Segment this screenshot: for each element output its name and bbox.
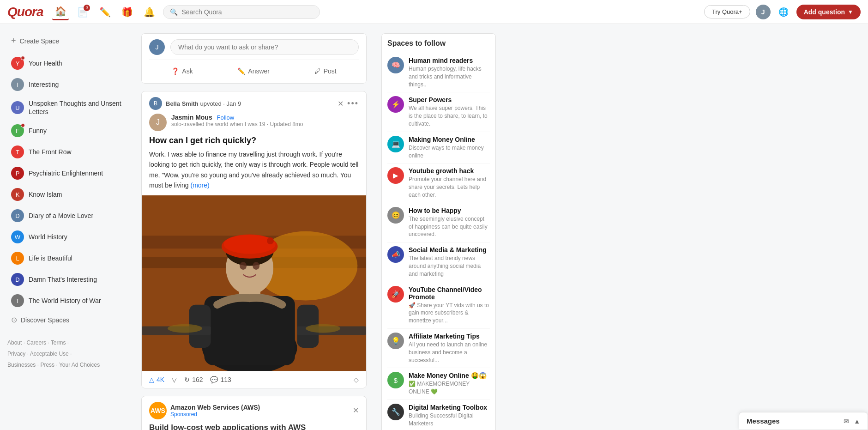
post-question[interactable]: How can I get rich quickly? xyxy=(142,136,366,149)
sidebar-avatar: F xyxy=(11,124,24,137)
post-header: B Bella Smith upvoted · Jan 9 ✕ ••• xyxy=(142,91,366,114)
ask-box: J ❓ Ask ✏️ Answer 🖊 Post xyxy=(141,33,367,84)
sidebar-item-psychiatric[interactable]: P Psychiatric Enlightenment xyxy=(7,163,127,183)
search-box[interactable]: 🔍 xyxy=(163,5,320,19)
sidebar-item-label: Interesting xyxy=(29,80,59,89)
sidebar-item-label: The World History of War xyxy=(29,297,101,305)
space-item[interactable]: 🧠 Human mind readers Human psychology, l… xyxy=(387,53,490,92)
author-avatar: J xyxy=(149,114,167,131)
messages-icons: ✉ ▲ xyxy=(844,418,860,425)
messages-bar[interactable]: Messages ✉ ▲ xyxy=(739,412,868,430)
space-name: Affiliate Marketing Tips xyxy=(409,333,490,340)
sponsored-card: AWS Amazon Web Services (AWS) Sponsored … xyxy=(141,396,367,430)
author-meta: solo-travelled the world when I was 19 ·… xyxy=(171,121,359,127)
space-name: Youtube growth hack xyxy=(409,167,490,175)
post-more-button[interactable]: ••• xyxy=(347,99,359,109)
sidebar-avatar: Y xyxy=(11,57,24,70)
svg-point-12 xyxy=(253,262,259,270)
sponsored-title[interactable]: Build low-cost web applications with AWS xyxy=(142,423,366,430)
space-desc: Promote your channel here and share your… xyxy=(409,176,490,199)
space-item[interactable]: 💻 Making Money Online Discover ways to m… xyxy=(387,132,490,164)
sponsored-close-button[interactable]: ✕ xyxy=(353,406,359,415)
chevron-up-icon[interactable]: ▲ xyxy=(854,418,860,425)
add-question-button[interactable]: Add question ▼ xyxy=(796,5,861,19)
sponsor-name[interactable]: Amazon Web Services (AWS) xyxy=(170,404,260,411)
nav-feed[interactable]: 📄3 xyxy=(74,4,91,20)
sidebar-item-your-health[interactable]: Y Your Health xyxy=(7,53,127,73)
space-item[interactable]: $ Make Money Online 🤑😱 ✅ MAKEMOREMONEY O… xyxy=(387,368,490,400)
discover-spaces-item[interactable]: ⊙ Discover Spaces xyxy=(7,312,127,328)
author-info: Jasmin Mous Follow solo-travelled the wo… xyxy=(171,114,359,127)
nav-gift[interactable]: 🎁 xyxy=(119,4,135,20)
sidebar-item-label: World History xyxy=(29,233,67,241)
compose-icon[interactable]: ✉ xyxy=(844,418,849,425)
answer-button[interactable]: ✏️ Answer xyxy=(228,65,279,78)
space-name: How to be Happy xyxy=(409,207,490,214)
sidebar-item-world-history-war[interactable]: T The World History of War xyxy=(7,291,127,311)
search-input[interactable] xyxy=(181,8,313,16)
space-item[interactable]: ⚡ Super Powers We all have super powers.… xyxy=(387,92,490,132)
logo[interactable]: Quora xyxy=(7,5,43,19)
messages-label: Messages xyxy=(747,417,780,425)
bookmark-button[interactable]: ◇ xyxy=(354,376,359,383)
post-button[interactable]: 🖊 Post xyxy=(305,65,346,78)
upvote-button[interactable]: △ 4K xyxy=(149,376,164,383)
downvote-button[interactable]: ▽ xyxy=(172,376,177,383)
sidebar-avatar: P xyxy=(11,167,24,180)
space-item[interactable]: 😊 How to be Happy The seemingly elusive … xyxy=(387,203,490,242)
header: Quora 🏠 📄3 ✏️ 🎁 🔔 🔍 Try Quora+ J 🌐 Add q… xyxy=(0,0,868,24)
sidebar-item-damn-interesting[interactable]: D Damn That's Interesting xyxy=(7,269,127,290)
space-item[interactable]: 📣 Social Media & Marketing The latest an… xyxy=(387,242,490,282)
spaces-title: Spaces to follow xyxy=(387,39,490,48)
sidebar-item-label: The Front Row xyxy=(29,148,72,156)
user-avatar[interactable]: J xyxy=(756,5,771,19)
post-close-button[interactable]: ✕ xyxy=(338,99,344,108)
space-name: YouTube Channel/Video Promote xyxy=(409,286,490,301)
more-link[interactable]: (more) xyxy=(190,182,209,189)
spaces-to-follow-section: Spaces to follow 🧠 Human mind readers Hu… xyxy=(381,33,496,430)
language-icon[interactable]: 🌐 xyxy=(776,5,791,19)
post-image xyxy=(142,195,366,371)
ask-button[interactable]: ❓ Ask xyxy=(162,65,202,78)
space-avatar: $ xyxy=(387,372,404,388)
follow-button[interactable]: Follow xyxy=(217,114,235,121)
try-plus-button[interactable]: Try Quora+ xyxy=(704,5,750,18)
share-button[interactable]: ↻ 162 xyxy=(184,376,203,383)
space-item[interactable]: 💡 Affiliate Marketing Tips All you need … xyxy=(387,329,490,368)
comment-button[interactable]: 💬 113 xyxy=(210,376,231,383)
nav-pencil[interactable]: ✏️ xyxy=(96,4,113,20)
sidebar-item-label: Psychiatric Enlightenment xyxy=(29,169,103,177)
space-avatar: 🧠 xyxy=(387,57,404,73)
sidebar-item-unspoken[interactable]: U Unspoken Thoughts and Unsent Letters xyxy=(7,96,127,120)
create-space-item[interactable]: + Create Space xyxy=(7,33,127,48)
sidebar-item-front-row[interactable]: T The Front Row xyxy=(7,142,127,162)
sidebar-item-life-beautiful[interactable]: L Life is Beautiful xyxy=(7,248,127,268)
answer-icon: ✏️ xyxy=(237,67,245,75)
downvote-icon: ▽ xyxy=(172,376,177,383)
space-item[interactable]: ▶ Youtube growth hack Promote your chann… xyxy=(387,164,490,203)
post-actions: △ 4K ▽ ↻ 162 💬 113 ◇ xyxy=(142,371,366,388)
space-avatar: 🚀 xyxy=(387,286,404,303)
nav-bell[interactable]: 🔔 xyxy=(141,4,157,20)
space-info: Affiliate Marketing Tips All you need to… xyxy=(409,333,490,364)
sidebar-item-label: Unspoken Thoughts and Unsent Letters xyxy=(29,99,123,116)
space-item[interactable]: 🚀 YouTube Channel/Video Promote 🚀 Share … xyxy=(387,282,490,329)
sidebar-avatar: W xyxy=(11,230,24,243)
space-desc: The latest and trendy news around anythi… xyxy=(409,254,490,278)
sidebar-item-know-islam[interactable]: K Know Islam xyxy=(7,184,127,205)
right-panel: Spaces to follow 🧠 Human mind readers Hu… xyxy=(374,24,503,430)
space-item[interactable]: 🔧 Digital Marketing Toolbox Building Suc… xyxy=(387,400,490,430)
sidebar-item-diary-movie[interactable]: D Diary of a Movie Lover xyxy=(7,206,127,226)
nav-home[interactable]: 🏠 xyxy=(52,4,69,20)
space-info: Social Media & Marketing The latest and … xyxy=(409,246,490,278)
ask-box-input[interactable] xyxy=(170,39,359,55)
sidebar-item-funny[interactable]: F Funny xyxy=(7,121,127,141)
svg-point-19 xyxy=(306,324,340,333)
space-avatar: ▶ xyxy=(387,167,404,184)
sponsored-header-left: AWS Amazon Web Services (AWS) Sponsored xyxy=(149,402,260,419)
space-desc: Discover ways to make money online xyxy=(409,144,490,160)
sidebar-item-world-history[interactable]: W World History xyxy=(7,227,127,247)
sidebar-item-interesting[interactable]: I Interesting xyxy=(7,74,127,95)
sidebar-avatar: D xyxy=(11,209,24,222)
post-header-actions: ✕ ••• xyxy=(338,99,359,109)
